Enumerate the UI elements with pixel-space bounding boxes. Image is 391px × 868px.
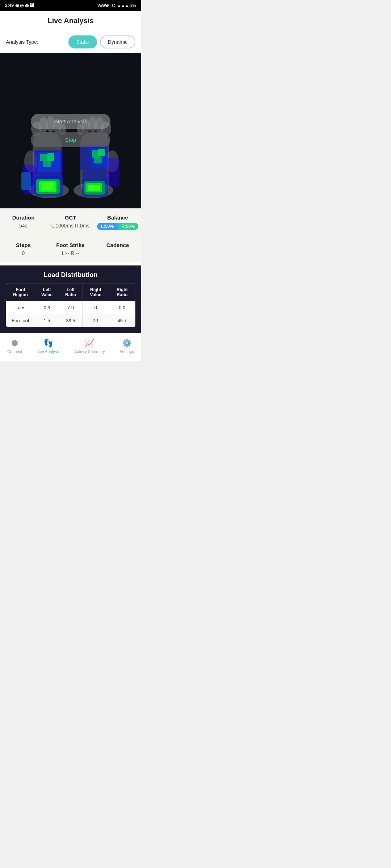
cadence-title: Cadence: [97, 242, 138, 248]
footprints-nav-icon: 👣: [43, 339, 53, 348]
nav-activity-summary[interactable]: 📈 Activity Summary: [70, 337, 109, 355]
status-right-icons: VoWiFi ⬡ ▲▲▲ 8%: [97, 3, 136, 8]
nav-settings[interactable]: ⚙️ Settings: [115, 337, 138, 355]
settings-label: Settings: [119, 349, 134, 354]
main-content: Analysis Type: Static Dynamic: [0, 31, 141, 333]
svg-rect-38: [107, 158, 119, 187]
activity-summary-label: Activity Summary: [74, 349, 105, 354]
table-cell: 0: [82, 301, 109, 314]
table-cell: Forefoot: [6, 314, 35, 327]
duration-metric: Duration 54s: [0, 209, 47, 236]
svg-rect-37: [21, 172, 31, 190]
gct-title: GCT: [50, 214, 91, 221]
steps-value: 0: [3, 250, 44, 256]
battery-display: 8%: [130, 3, 136, 8]
static-button[interactable]: Static: [68, 35, 97, 48]
status-bar: 2:49 ◉ ◎ ◍ 🖼 VoWiFi ⬡ ▲▲▲ 8%: [0, 0, 141, 11]
svg-rect-12: [43, 161, 51, 167]
table-row: Forefoot1.539.52.145.7: [6, 314, 135, 327]
nav-live-analysis[interactable]: 👣 Live Analysis: [32, 337, 64, 355]
col-foot-region: Foot Region: [6, 284, 35, 301]
page-title: Live Analysis: [47, 17, 93, 25]
table-cell: 7.9: [59, 301, 83, 314]
page-header: Live Analysis: [0, 11, 141, 31]
analysis-type-row: Analysis Type: Static Dynamic: [0, 31, 141, 53]
metrics-row-2: Steps 0 Foot Strike L:-- R:-- Cadence: [0, 236, 141, 262]
svg-rect-17: [42, 183, 54, 190]
table-cell: 2.1: [82, 314, 109, 327]
connect-label: Connect: [7, 349, 22, 354]
table-cell: 0.0: [109, 301, 135, 314]
svg-rect-10: [40, 154, 47, 161]
col-left-value: Left Value: [35, 284, 59, 301]
start-analysis-button[interactable]: Start Analysis: [31, 114, 110, 129]
svg-rect-11: [47, 153, 54, 161]
gear-nav-icon: ⚙️: [122, 339, 132, 348]
status-time: 2:49 ◉ ◎ ◍ 🖼: [5, 3, 34, 8]
metrics-section: Duration 54s GCT L:1000ms R:0ms Balance …: [0, 208, 141, 262]
analysis-controls: Start Analysis Stop: [31, 114, 110, 147]
wifi-icon: VoWiFi: [97, 3, 110, 8]
foot-strike-title: Foot Strike: [50, 242, 91, 248]
foot-strike-metric: Foot Strike L:-- R:--: [47, 236, 94, 262]
table-cell: 1.5: [35, 314, 59, 327]
balance-title: Balance: [97, 214, 138, 221]
load-distribution-table: Foot Region Left Value Left Ratio Right …: [6, 283, 135, 327]
svg-rect-29: [98, 149, 105, 156]
bluetooth-nav-icon: ⬢: [11, 339, 18, 348]
live-analysis-label: Live Analysis: [37, 349, 60, 354]
svg-rect-30: [94, 157, 102, 163]
analysis-type-label: Analysis Type:: [6, 39, 38, 45]
cadence-metric: Cadence: [94, 236, 141, 262]
gct-metric: GCT L:1000ms R:0ms: [47, 209, 94, 236]
metrics-row-1: Duration 54s GCT L:1000ms R:0ms Balance …: [0, 208, 141, 236]
nav-connect[interactable]: ⬢ Connect: [3, 337, 26, 355]
duration-title: Duration: [3, 214, 44, 221]
time-display: 2:49: [5, 3, 14, 8]
table-row: Toes0.37.900.0: [6, 301, 135, 314]
load-distribution-title: Load Distribution: [6, 271, 135, 279]
steps-metric: Steps 0: [0, 236, 47, 262]
signal-icon: ▲▲▲: [117, 3, 129, 8]
table-cell: Toes: [6, 301, 35, 314]
balance-left: L:50%: [97, 223, 118, 230]
balance-metric: Balance L:50% R:50%: [94, 209, 141, 236]
col-left-ratio: Left Ratio: [59, 284, 83, 301]
duration-value: 54s: [3, 223, 44, 229]
table-cell: 0.3: [35, 301, 59, 314]
steps-title: Steps: [3, 242, 44, 248]
stop-button[interactable]: Stop: [31, 132, 110, 147]
bottom-nav: ⬢ Connect 👣 Live Analysis 📈 Activity Sum…: [0, 333, 141, 361]
chart-nav-icon: 📈: [85, 339, 94, 348]
bluetooth-icon: ⬡: [112, 3, 115, 8]
toggle-group: Static Dynamic: [68, 35, 135, 48]
foot-strike-value: L:-- R:--: [50, 250, 91, 256]
gct-value: L:1000ms R:0ms: [50, 223, 91, 229]
status-icons: ◉ ◎ ◍ 🖼: [15, 3, 34, 8]
load-distribution-section: Load Distribution Foot Region Left Value…: [0, 265, 141, 333]
balance-bar: L:50% R:50%: [97, 223, 138, 230]
dynamic-button[interactable]: Dynamic: [100, 35, 135, 48]
svg-rect-35: [88, 185, 100, 191]
balance-right: R:50%: [118, 223, 138, 230]
table-cell: 45.7: [109, 314, 135, 327]
col-right-ratio: Right Ratio: [109, 284, 135, 301]
col-right-value: Right Value: [82, 284, 109, 301]
foot-visualization: Start Analysis Stop: [0, 53, 141, 208]
table-cell: 39.5: [59, 314, 83, 327]
